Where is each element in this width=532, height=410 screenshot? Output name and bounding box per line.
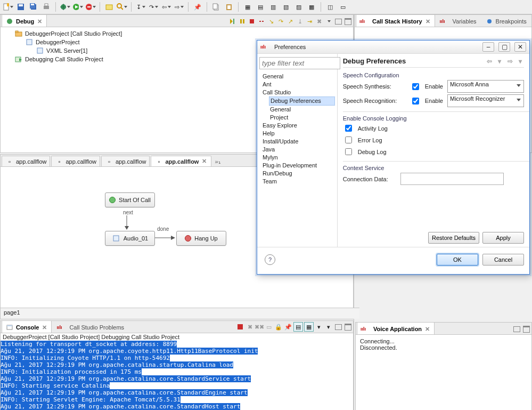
pin-console-icon[interactable]: 📌 [284,323,292,331]
resume-icon[interactable] [228,17,237,26]
display-icon[interactable]: ▤ [293,322,303,332]
cat-callstudio[interactable]: Call Studio [259,89,335,97]
print-icon[interactable] [40,1,52,13]
minimize-icon[interactable] [334,17,342,26]
close-icon[interactable]: ✕ [424,18,431,25]
step-return-icon[interactable]: ↗ [286,17,294,26]
step-filters-icon[interactable]: ⇥ [305,17,314,26]
variables-tab[interactable]: ıılıVariables [436,14,480,27]
synthesis-select[interactable]: Microsoft Anna [447,80,524,93]
ok-button[interactable]: OK [437,254,478,266]
drop-frame-icon[interactable]: ⤓ [296,17,304,26]
voice-app-tab[interactable]: ıılıVoice Application✕ [357,322,435,334]
open-type-icon[interactable] [103,1,115,13]
cat-easy-explore[interactable]: Easy Explore [259,122,335,130]
close-icon[interactable]: ✕ [36,18,43,25]
maximize-icon[interactable] [522,325,530,333]
pin-icon[interactable]: 📌 [192,1,203,13]
remove-terminated-icon[interactable]: ✖ [315,17,323,26]
step-into-icon[interactable]: ↧ [135,1,146,13]
apply-button[interactable]: Apply [482,232,524,244]
suspend-icon[interactable] [238,17,247,26]
editor-overflow[interactable]: »₁ [212,157,222,166]
display-icon2[interactable]: ▦ [304,322,314,332]
console-output[interactable]: Listening for transport dt_socket at add… [1,341,353,410]
terminate-icon[interactable] [236,323,244,331]
open-console-icon[interactable]: ▾ [315,323,323,331]
save-all-icon[interactable] [28,1,39,13]
cat-java[interactable]: Java [259,146,335,154]
layout3-icon[interactable]: ▥ [267,1,279,13]
layout1-icon[interactable]: ▦ [242,1,253,13]
console-tab[interactable]: Console✕ [2,320,52,333]
step-into2-icon[interactable]: ↘ [267,17,275,26]
cat-help[interactable]: Help [259,130,335,138]
layout4-icon[interactable]: ▧ [280,1,292,13]
problems-tab[interactable]: ıılı Call Studio Problems [53,320,128,333]
layout2-icon[interactable]: ▤ [255,1,266,13]
editor-tab-1[interactable]: ▫app.callflow [2,156,50,166]
clear-icon[interactable]: ▭ [265,323,273,331]
layout5-icon[interactable]: ▨ [293,1,305,13]
window-maximize-icon[interactable]: ▢ [498,42,510,52]
restore-defaults-button[interactable]: Restore Defaults [428,232,479,244]
external-tools-icon[interactable] [85,1,96,13]
cat-team[interactable]: Team [259,178,335,186]
call-stack-tab[interactable]: ıılıCall Stack History✕ [356,14,435,27]
copy-icon[interactable] [210,1,222,13]
help-icon[interactable]: ? [265,254,275,265]
minimize-icon[interactable] [334,323,342,331]
run-icon[interactable] [72,1,84,13]
debug-log-checkbox[interactable] [345,148,352,155]
remove-all-icon[interactable]: ✖✖ [255,323,264,331]
forward-icon[interactable]: ⇨ [173,1,185,13]
close-icon[interactable]: ✕ [424,326,431,333]
node-hangup[interactable]: Hang Up [176,231,226,246]
maximize-icon[interactable] [343,17,352,26]
new-icon[interactable] [2,1,14,13]
prefs-category-tree[interactable]: General Ant Call Studio Debug Preference… [257,54,338,247]
connection-data-input[interactable] [400,173,504,185]
perspective-icon[interactable]: ◫ [324,1,336,13]
close-icon[interactable]: ✕ [41,324,48,331]
view-menu-icon[interactable] [324,17,333,26]
enable-recognition-checkbox[interactable] [412,98,419,104]
debug-tab[interactable]: Debug ✕ [2,14,47,27]
cat-project[interactable]: Project [259,114,335,122]
cat-general[interactable]: General [259,73,335,81]
error-log-checkbox[interactable] [345,136,352,143]
save-icon[interactable] [15,1,27,13]
debug-icon[interactable] [59,1,71,13]
cat-plugin-dev[interactable]: Plug-in Development [259,162,335,170]
disconnect-icon[interactable] [257,17,266,26]
show-view-icon[interactable]: ▭ [337,1,349,13]
editor-tab-3[interactable]: ▫app.callflow [101,156,150,166]
editor-tab-2[interactable]: ▫app.callflow [51,156,100,166]
window-close-icon[interactable]: ✕ [514,42,526,52]
cat-general-2[interactable]: General [259,106,335,114]
cat-ant[interactable]: Ant [259,81,335,89]
back-icon[interactable]: ⇦ [160,1,172,13]
cancel-button[interactable]: Cancel [482,254,524,266]
cat-install-update[interactable]: Install/Update [259,138,335,146]
search-icon[interactable] [116,1,128,13]
new-console-icon[interactable]: ▾ [324,323,333,331]
activity-log-checkbox[interactable] [345,125,352,132]
page-tab[interactable]: page1 [1,308,359,319]
cat-run-debug[interactable]: Run/Debug [259,170,335,178]
scroll-lock-icon[interactable]: 🔒 [274,323,283,331]
nav-arrows[interactable]: ⇦ ▾ ⇨ ▾ [487,58,524,65]
remove-launch-icon[interactable]: ✖ [245,323,254,331]
window-minimize-icon[interactable]: – [482,42,494,52]
minimize-icon[interactable] [512,325,521,333]
recognition-select[interactable]: Microsoft Recognizer [447,94,524,107]
step-over-icon[interactable]: ↷ [148,1,159,13]
editor-tab-4[interactable]: ▫app.callflow✕ [151,156,211,166]
cat-debug-preferences[interactable]: Debug Preferences [269,97,335,106]
dialog-titlebar[interactable]: ıılı Preferences – ▢ ✕ [257,41,529,54]
maximize-icon[interactable] [343,323,352,331]
terminate-icon[interactable] [248,17,256,26]
breakpoints-tab[interactable]: Breakpoints [481,14,530,27]
node-start[interactable]: Start Of Call [105,192,155,207]
step-over2-icon[interactable]: ↷ [276,17,285,26]
